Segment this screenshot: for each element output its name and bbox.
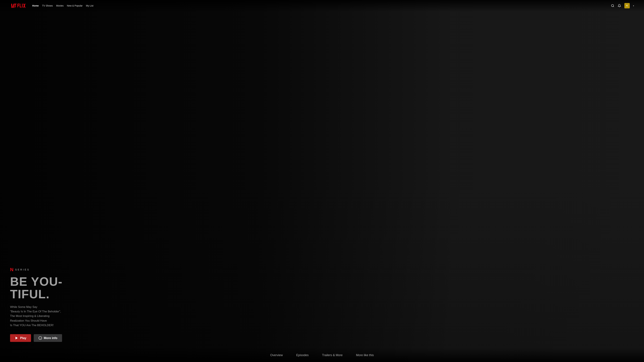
nav-item-movies[interactable]: Movies <box>56 4 64 7</box>
hero-desc-line5: Is That YOU Are The BEHOLDER! <box>10 324 54 327</box>
hero-desc-line1: While Some May Say <box>10 305 38 309</box>
nav-item-mylist[interactable]: My List <box>86 4 93 7</box>
hero-desc-line4: Realization You Should Have <box>10 319 47 322</box>
info-icon <box>38 336 42 340</box>
profile-avatar[interactable]: K <box>624 3 630 8</box>
profile-caret-icon[interactable]: ▾ <box>633 5 634 7</box>
nav-links: Home TV Shows Movies New & Popular My Li… <box>32 4 94 7</box>
play-icon <box>15 336 18 340</box>
svg-line-1 <box>613 6 614 7</box>
bottom-tabs: Overview Episodes Trailers & More More l… <box>0 349 644 362</box>
nav-item-new-popular[interactable]: New & Popular <box>67 4 82 7</box>
navbar-right: K ▾ <box>611 3 634 8</box>
navbar: Home TV Shows Movies New & Popular My Li… <box>0 0 644 11</box>
nav-item-tvshows[interactable]: TV Shows <box>42 4 53 7</box>
series-badge: N SERIES <box>10 267 90 272</box>
hero-desc-line2: "Beauty Is In The Eye Of The Beholder", <box>10 310 61 313</box>
netflix-n-badge: N <box>10 267 14 272</box>
tab-overview[interactable]: Overview <box>270 354 283 359</box>
search-icon[interactable] <box>611 4 614 7</box>
more-info-button[interactable]: More info <box>34 334 62 342</box>
bell-icon[interactable] <box>618 4 621 7</box>
hero-desc-line3: The Most Inspiring & Liberating <box>10 314 50 318</box>
play-button[interactable]: Play <box>10 334 31 342</box>
navbar-left: Home TV Shows Movies New & Popular My Li… <box>10 4 94 8</box>
nav-item-home[interactable]: Home <box>32 4 39 7</box>
tab-more-like-this[interactable]: More like this <box>356 354 374 359</box>
series-label: SERIES <box>15 268 30 271</box>
svg-marker-2 <box>16 337 18 340</box>
netflix-logo[interactable] <box>10 4 26 8</box>
hero-section: N SERIES BE YOU-TIFUL. While Some May Sa… <box>0 0 644 362</box>
hero-title: BE YOU-TIFUL. <box>10 275 90 301</box>
hero-description: While Some May Say "Beauty Is In The Eye… <box>10 305 90 328</box>
hero-buttons: Play More info <box>10 334 90 342</box>
tab-trailers-more[interactable]: Trailers & More <box>322 354 342 359</box>
svg-point-0 <box>612 4 614 7</box>
tab-episodes[interactable]: Episodes <box>296 354 308 359</box>
hero-content: N SERIES BE YOU-TIFUL. While Some May Sa… <box>0 267 100 342</box>
